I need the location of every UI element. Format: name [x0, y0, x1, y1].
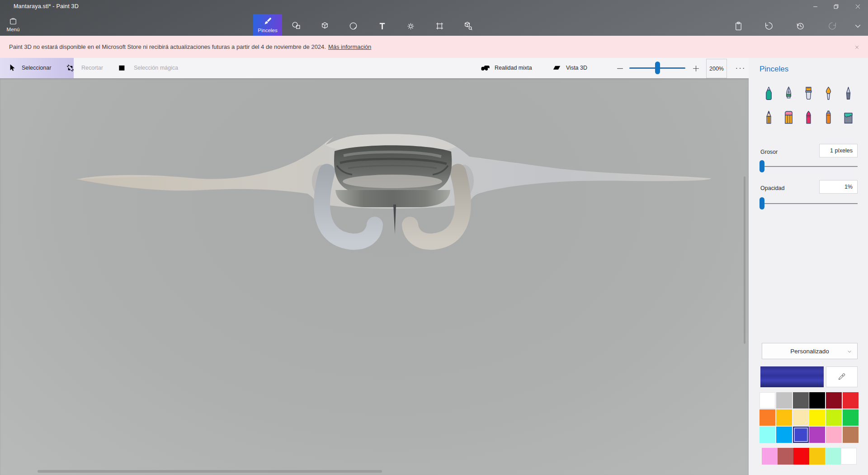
brush-calligraphy-icon[interactable]	[778, 81, 798, 105]
color-swatch-fff200[interactable]	[809, 409, 825, 426]
color-swatch-f5070e[interactable]	[793, 448, 809, 465]
magic-select-label[interactable]: Selección mágica	[134, 65, 178, 71]
current-color-swatch[interactable]	[760, 366, 824, 387]
history-icon	[795, 21, 806, 31]
horizontal-scrollbar[interactable]	[38, 470, 382, 473]
view-3d-button[interactable]: Vista 3D	[566, 65, 587, 71]
vertical-scrollbar[interactable]	[744, 176, 745, 344]
palette-mode-value: Personalizado	[790, 348, 829, 355]
color-palette	[760, 392, 859, 443]
text-icon	[377, 21, 387, 31]
tab-3d-library[interactable]	[458, 16, 478, 36]
tab-shapes-3d[interactable]	[315, 16, 335, 36]
color-swatch-b55b5b[interactable]	[778, 448, 793, 465]
color-swatch-fbe8ae[interactable]	[793, 409, 809, 426]
paste-button[interactable]	[728, 16, 748, 36]
close-button[interactable]	[847, 0, 868, 13]
effects-icon	[406, 21, 416, 31]
brush-eraser-icon[interactable]	[778, 105, 798, 129]
recent-colors	[762, 448, 857, 465]
opacity-slider-track[interactable]	[761, 203, 858, 204]
zoom-in-button[interactable]	[690, 63, 701, 74]
brush-spray-icon[interactable]	[818, 105, 838, 129]
opacity-label: Opacidad	[760, 185, 785, 191]
undo-button[interactable]	[759, 16, 778, 36]
banner-close-button[interactable]	[851, 41, 863, 53]
brush-crayon-icon[interactable]	[798, 105, 818, 129]
color-swatch-3f48cc[interactable]	[793, 427, 809, 443]
tab-effects[interactable]	[401, 16, 420, 36]
thickness-slider-thumb[interactable]	[760, 160, 764, 172]
menu-button[interactable]: Menú	[3, 14, 24, 35]
color-swatch-f7c70d[interactable]	[809, 448, 825, 465]
restore-button[interactable]	[826, 0, 846, 13]
tab-brushes[interactable]: Pinceles	[253, 14, 282, 36]
color-swatch-16c94e[interactable]	[843, 409, 859, 426]
color-swatch-e8252d[interactable]	[843, 392, 859, 408]
tab-shapes-2d[interactable]	[286, 16, 306, 36]
opacity-slider-thumb[interactable]	[760, 197, 764, 209]
color-swatch-585858[interactable]	[793, 392, 809, 408]
redo-button[interactable]	[822, 16, 842, 36]
color-swatch-b03fc0[interactable]	[809, 427, 825, 443]
brush-pencil-icon[interactable]	[759, 105, 778, 129]
brush-grid	[759, 81, 858, 129]
crop-icon	[65, 63, 75, 73]
brush-watercolor-icon[interactable]	[818, 81, 838, 105]
menu-icon	[9, 17, 18, 26]
brush-marker-icon[interactable]	[759, 81, 778, 105]
banner-more-info-link[interactable]: Más información	[328, 43, 371, 50]
paste-icon	[733, 21, 744, 31]
panel-title: Pinceles	[760, 65, 788, 74]
color-swatch-a9fae1[interactable]	[825, 448, 841, 465]
color-swatch-fec20e[interactable]	[776, 409, 792, 426]
color-swatch-ffffff[interactable]	[760, 392, 775, 408]
minimize-button[interactable]	[805, 0, 826, 13]
eyedropper-button[interactable]	[826, 366, 858, 387]
redo-icon	[827, 21, 838, 31]
color-swatch-c3c3c3[interactable]	[776, 392, 792, 408]
manta-ray-3d-model[interactable]	[0, 78, 749, 475]
color-swatch-00a8f3[interactable]	[776, 427, 792, 443]
zoom-level-value[interactable]: 200%	[706, 59, 727, 78]
color-swatch-fb7d25[interactable]	[760, 409, 775, 426]
shapes-2d-icon	[291, 21, 302, 31]
color-swatch-f9a1e7[interactable]	[762, 448, 778, 465]
canvas-icon	[434, 21, 445, 31]
brush-pixelpen-icon[interactable]	[838, 81, 858, 105]
brush-oil-icon[interactable]	[798, 81, 818, 105]
cursor-icon	[7, 63, 17, 73]
color-swatch-ffffff[interactable]	[841, 448, 857, 465]
undo-icon	[764, 21, 774, 31]
expand-button[interactable]	[848, 16, 868, 36]
select-tool-label[interactable]: Seleccionar	[22, 65, 51, 71]
color-swatch-8c0a1e[interactable]	[826, 392, 842, 408]
crop-tool-label[interactable]: Recortar	[81, 65, 103, 71]
chevron-down-icon	[846, 348, 853, 355]
zoom-slider-thumb[interactable]	[655, 62, 660, 74]
thickness-slider-track[interactable]	[761, 166, 858, 167]
opacity-input[interactable]: 1%	[819, 180, 858, 194]
mixed-reality-button[interactable]: Realidad mixta	[495, 65, 532, 71]
color-swatch-000000[interactable]	[809, 392, 825, 408]
history-button[interactable]	[790, 16, 810, 36]
color-swatch-feaec9[interactable]	[826, 427, 842, 443]
tab-stickers[interactable]	[343, 16, 363, 36]
zoom-out-button[interactable]	[614, 63, 625, 74]
thickness-input[interactable]: 1 píxeles	[819, 144, 858, 157]
color-swatch-c6f20e[interactable]	[826, 409, 842, 426]
more-options-button[interactable]: ···	[731, 60, 750, 77]
3d-library-icon	[463, 21, 473, 31]
title-bar: Mantaraya.stl* - Paint 3D Menú Pinceles	[0, 0, 868, 36]
expand-icon	[853, 21, 863, 31]
mixed-reality-icon	[480, 63, 491, 73]
color-swatch-b97a57[interactable]	[843, 427, 859, 443]
eyedropper-icon	[837, 372, 846, 381]
palette-mode-dropdown[interactable]: Personalizado	[762, 343, 858, 359]
canvas-viewport[interactable]	[0, 78, 749, 475]
tab-label: Pinceles	[258, 28, 277, 33]
tab-canvas[interactable]	[429, 16, 449, 36]
color-swatch-8cfff8[interactable]	[760, 427, 775, 443]
tab-text[interactable]	[372, 16, 392, 36]
brush-fill-icon[interactable]	[838, 105, 858, 129]
